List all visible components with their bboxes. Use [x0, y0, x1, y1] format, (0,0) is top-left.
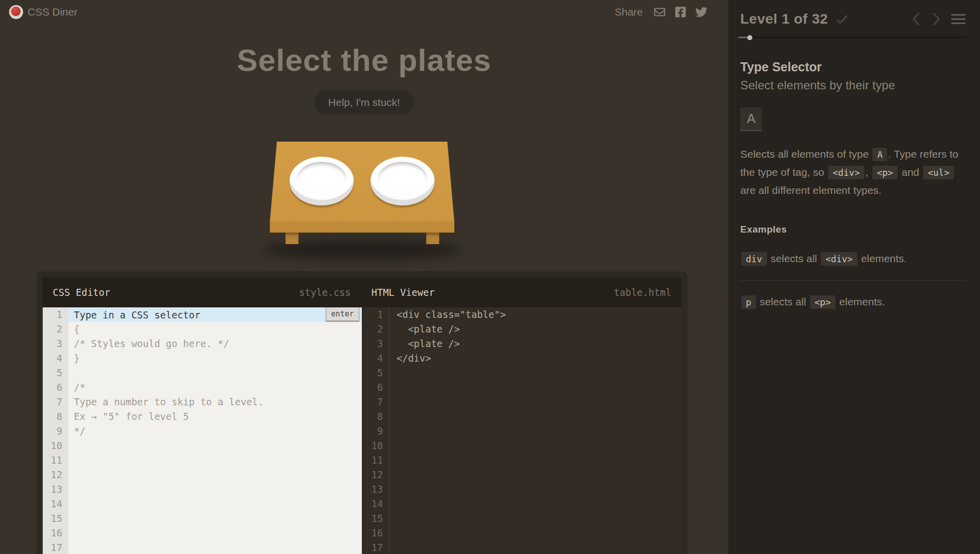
css-editor-row: 5 [43, 366, 362, 380]
help-button[interactable]: Help, I'm stuck! [314, 90, 414, 115]
html-viewer-row: 8 [364, 409, 681, 424]
html-viewer-row: 13 [364, 482, 681, 497]
enter-button[interactable]: enter [326, 307, 359, 322]
line-number: 7 [43, 395, 68, 409]
line-number: 16 [364, 526, 389, 540]
table-front-edge [270, 221, 454, 233]
html-code-line: <plate /> [389, 322, 681, 337]
html-viewer-row: 11 [364, 453, 681, 468]
inline-code-chip: <p> [810, 295, 836, 309]
css-code-line [68, 366, 362, 380]
css-editor-row: 8Ex → "5" for level 5 [43, 409, 362, 424]
next-level-button[interactable] [930, 11, 943, 27]
css-editor-row: 13 [43, 482, 362, 497]
html-code-line [389, 366, 681, 380]
css-editor-row: 15 [43, 511, 362, 526]
html-viewer-rows: 1<div class="table">2 <plate />3 <plate … [364, 307, 681, 554]
progress-knob[interactable] [747, 35, 752, 40]
mail-icon[interactable] [653, 7, 666, 18]
html-code-line: <div class="table"> [389, 307, 681, 322]
facebook-icon[interactable] [674, 6, 687, 18]
table-scene [270, 142, 454, 265]
share-label: Share [615, 6, 643, 18]
inline-code-chip: p [741, 295, 756, 309]
css-code-line [68, 482, 362, 497]
css-editor-row: 7Type a number to skip to a level. [43, 395, 362, 409]
line-number: 7 [364, 395, 389, 409]
css-editor-rows: 1enter2{3/* Styles would go here. */4}56… [43, 307, 362, 554]
css-selector-input[interactable] [68, 307, 362, 322]
html-code-line [389, 409, 681, 424]
css-code-line: } [68, 351, 362, 366]
line-number: 15 [43, 511, 68, 526]
line-number: 9 [43, 424, 68, 438]
inline-code-chip: A [872, 148, 887, 161]
twitter-icon[interactable] [695, 6, 708, 18]
line-number: 6 [43, 380, 68, 395]
css-editor-title: CSS Editor [53, 287, 110, 298]
app-logo: CSS Diner [9, 5, 77, 19]
table-leg [426, 233, 439, 244]
line-number: 11 [43, 453, 68, 468]
css-code-line [68, 540, 362, 554]
line-number: 1 [43, 307, 68, 322]
css-code-line [68, 453, 362, 468]
css-code-line [68, 511, 362, 526]
css-code-line: /* [68, 380, 362, 395]
html-viewer-row: 17 [364, 540, 681, 554]
html-viewer-title: HTML Viewer [371, 287, 435, 298]
level-progress-bar[interactable] [740, 35, 967, 40]
css-editor-row: 16 [43, 526, 362, 540]
html-viewer-row: 5 [364, 366, 681, 380]
table-leg [285, 233, 299, 244]
table-top [270, 142, 454, 221]
line-number: 17 [43, 540, 68, 554]
html-code-line [389, 468, 681, 482]
line-number: 17 [364, 540, 389, 554]
css-editor-row: 3/* Styles would go here. */ [43, 337, 362, 351]
line-number: 15 [364, 511, 389, 526]
css-code-line: Ex → "5" for level 5 [68, 409, 362, 424]
examples-title: Examples [740, 224, 967, 235]
line-number: 14 [364, 497, 389, 511]
line-number: 16 [43, 526, 68, 540]
example-divider [740, 280, 967, 281]
top-bar: CSS Diner Share [0, 0, 728, 26]
html-viewer-row: 14 [364, 497, 681, 511]
previous-level-button[interactable] [910, 11, 923, 27]
menu-icon[interactable] [950, 12, 967, 26]
lesson-description: Selects all elements of type A. Type ref… [740, 145, 967, 199]
html-viewer-row: 15 [364, 511, 681, 526]
css-input-row: enter [68, 307, 362, 322]
css-editor-row: 12 [43, 468, 362, 482]
inline-code-chip: <div> [828, 166, 864, 179]
plate[interactable] [370, 157, 435, 205]
plate[interactable] [289, 157, 354, 205]
lesson-title: Type Selector [740, 60, 967, 74]
css-editor-row: 14 [43, 497, 362, 511]
line-number: 11 [364, 453, 389, 468]
line-number: 6 [364, 380, 389, 395]
html-code-line [389, 395, 681, 409]
html-code-line: </div> [389, 351, 681, 366]
selector-syntax-badge: A [740, 107, 762, 131]
html-viewer-row: 2 <plate /> [364, 322, 681, 337]
css-code-line: */ [68, 424, 362, 438]
html-viewer-row: 3 <plate /> [364, 337, 681, 351]
html-viewer-row: 6 [364, 380, 681, 395]
inline-code-chip: <ul> [923, 166, 954, 179]
html-code-line [389, 526, 681, 540]
line-number: 8 [43, 409, 68, 424]
level-header: Level 1 of 32 [740, 11, 967, 27]
line-number: 4 [364, 351, 389, 366]
html-code-line [389, 482, 681, 497]
line-number: 12 [364, 468, 389, 482]
line-number: 8 [364, 409, 389, 424]
css-code-line [68, 438, 362, 453]
progress-fill [738, 37, 747, 38]
html-code-line: <plate /> [389, 337, 681, 351]
sidebar: Level 1 of 32 Type Selector Select eleme… [728, 0, 980, 554]
html-code-line [389, 380, 681, 395]
line-number: 4 [43, 351, 68, 366]
html-viewer-row: 7 [364, 395, 681, 409]
